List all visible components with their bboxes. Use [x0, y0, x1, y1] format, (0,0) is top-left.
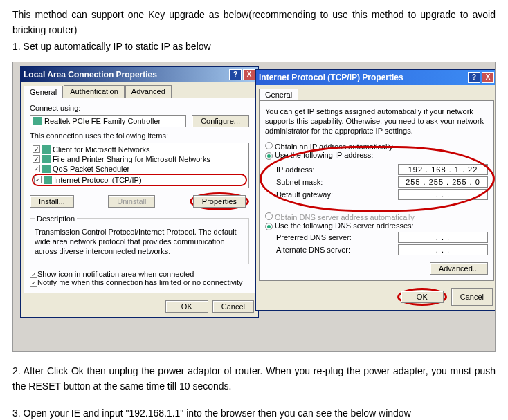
checkbox-icon[interactable]: ✓ — [30, 280, 37, 287]
component-icon — [44, 176, 52, 184]
help-icon[interactable]: ? — [468, 72, 480, 83]
component-icon — [42, 145, 51, 154]
radio-icon[interactable] — [265, 142, 273, 149]
list-item: ✓File and Printer Sharing for Microsoft … — [32, 154, 247, 164]
ip-address-input[interactable]: 192 . 168 . 1 . 22 — [398, 164, 488, 175]
checkbox-icon[interactable]: ✓ — [30, 271, 37, 278]
close-icon[interactable]: X — [243, 69, 255, 80]
local-area-connection-dialog: Local Area Connection Properties ? X Gen… — [20, 66, 259, 318]
items-listbox[interactable]: ✓Client for Microsoft Networks ✓File and… — [30, 143, 249, 188]
component-icon — [42, 165, 51, 173]
gateway-row: Default gateway: . . . — [276, 189, 488, 200]
install-button[interactable]: Install... — [30, 195, 74, 208]
show-icon-checkbox: ✓Show icon in notification area when con… — [30, 270, 249, 279]
titlebar-right[interactable]: Internet Protocol (TCP/IP) Properties ? … — [256, 70, 496, 85]
titlebar-title: Internet Protocol (TCP/IP) Properties — [259, 73, 403, 82]
pref-dns-label: Preferred DNS server: — [276, 233, 352, 241]
ok-button[interactable]: OK — [165, 300, 208, 313]
radio-icon[interactable] — [265, 223, 273, 230]
titlebar-title: Local Area Connection Properties — [24, 70, 157, 80]
radio-icon[interactable] — [265, 152, 273, 160]
checkbox-icon[interactable]: ✓ — [33, 155, 40, 163]
step-1: 1. Set up automatically IP to static IP … — [0, 41, 508, 59]
tabstrip-right: General — [256, 85, 496, 100]
tcpip-properties-dialog: Internet Protocol (TCP/IP) Properties ? … — [255, 69, 496, 311]
alt-dns-row: Alternate DNS server: . . . — [276, 244, 488, 255]
intro-paragraph: This method can support one Key upgrade … — [0, 0, 508, 41]
dialog-buttons-left: OK Cancel — [21, 296, 258, 317]
uses-items-label: This connection uses the following items… — [30, 131, 249, 140]
checkbox-icon[interactable]: ✓ — [34, 176, 42, 183]
ip-label: IP address: — [276, 165, 314, 174]
list-item-tcpip: ✓Internet Protocol (TCP/IP) — [32, 174, 247, 186]
general-panel-left: Connect using: Realtek PCIe FE Family Co… — [24, 98, 255, 293]
checkbox-icon[interactable]: ✓ — [33, 165, 40, 172]
pref-dns-input[interactable]: . . . — [398, 232, 488, 243]
tab-authentication[interactable]: Authentication — [64, 85, 125, 98]
step-2: 2. After Click Ok then unplug the power … — [0, 360, 508, 403]
gateway-label: Default gateway: — [276, 190, 333, 199]
advanced-button[interactable]: Advanced... — [430, 262, 488, 275]
adapter-name: Realtek PCIe FE Family Controller — [44, 117, 161, 125]
radio-auto-dns: Obtain DNS server address automatically — [265, 212, 488, 221]
properties-button[interactable]: Properties — [193, 195, 246, 208]
notify-limited-checkbox: ✓Notify me when this connection has limi… — [30, 278, 249, 287]
subnet-input[interactable]: 255 . 255 . 255 . 0 — [398, 176, 488, 188]
ip-address-row: IP address: 192 . 168 . 1 . 22 — [276, 164, 488, 175]
subnet-row: Subnet mask: 255 . 255 . 255 . 0 — [276, 176, 488, 188]
tcpip-intro: You can get IP settings assigned automat… — [265, 107, 488, 136]
description-group: Description Transmission Control Protoco… — [30, 214, 249, 264]
step-3: 3. Open your IE and input "192.168.1.1" … — [0, 403, 508, 420]
titlebar-left[interactable]: Local Area Connection Properties ? X — [21, 67, 258, 82]
radio-use-dns: Use the following DNS server addresses: — [265, 221, 488, 230]
checkbox-icon[interactable]: ✓ — [33, 145, 40, 153]
subnet-label: Subnet mask: — [276, 178, 323, 186]
adapter-field: Realtek PCIe FE Family Controller — [30, 115, 186, 127]
radio-icon — [265, 212, 273, 220]
radio-use-ip: Use the following IP address: — [265, 151, 488, 160]
tabstrip-left: General Authentication Advanced — [21, 82, 258, 98]
description-legend: Description — [35, 214, 77, 223]
general-panel-right: You can get IP settings assigned automat… — [259, 100, 494, 281]
component-icon — [42, 155, 51, 163]
dialog-buttons-right: OK Cancel — [256, 284, 496, 310]
alt-dns-label: Alternate DNS server: — [276, 246, 350, 254]
tab-advanced[interactable]: Advanced — [125, 85, 172, 98]
radio-auto-ip: Obtain an IP address automatically — [265, 142, 488, 151]
screenshot-area: Local Area Connection Properties ? X Gen… — [12, 62, 496, 352]
list-item: ✓QoS Packet Scheduler — [32, 164, 247, 174]
cancel-button[interactable]: Cancel — [212, 300, 254, 313]
configure-button[interactable]: Configure... — [192, 115, 249, 127]
uninstall-button: Uninstall — [108, 195, 155, 208]
close-icon[interactable]: X — [482, 72, 494, 83]
help-icon[interactable]: ? — [229, 69, 242, 80]
gateway-input[interactable]: . . . — [398, 189, 488, 200]
list-item: ✓Client for Microsoft Networks — [32, 145, 247, 154]
description-text: Transmission Control Protocol/Internet P… — [35, 227, 244, 257]
pref-dns-row: Preferred DNS server: . . . — [276, 232, 488, 243]
alt-dns-input[interactable]: . . . — [398, 244, 488, 255]
tab-general[interactable]: General — [259, 89, 298, 101]
ok-button[interactable]: OK — [401, 291, 444, 303]
nic-icon — [33, 117, 42, 125]
tab-general[interactable]: General — [24, 86, 63, 98]
cancel-button[interactable]: Cancel — [451, 288, 493, 306]
connect-using-label: Connect using: — [30, 104, 249, 112]
